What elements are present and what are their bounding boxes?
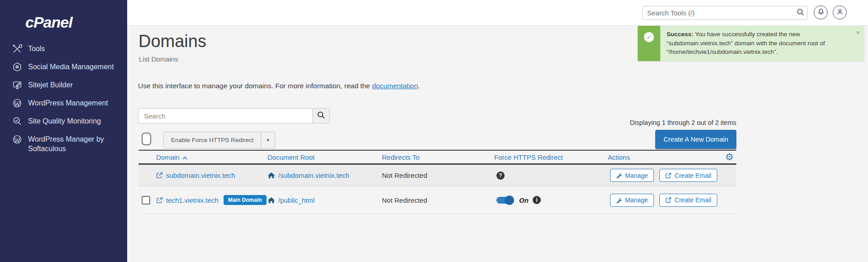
domain-cell: subdomain.vietnix.tech xyxy=(156,171,267,179)
search-icon[interactable] xyxy=(794,8,807,18)
external-link-icon xyxy=(665,197,672,203)
tools-search-input[interactable] xyxy=(643,7,794,19)
force-https-cell: ? xyxy=(494,171,608,180)
bulk-https-control: Enable Force HTTPS Redirect ▾ xyxy=(163,132,275,148)
create-domain-button[interactable]: Create A New Domain xyxy=(655,130,736,149)
domain-search-button[interactable] xyxy=(312,108,330,124)
documentation-link[interactable]: documentation xyxy=(372,82,418,90)
manage-label: Manage xyxy=(625,196,648,204)
domain-cell: tech1.vietnix.tech Main Domain xyxy=(156,195,267,205)
gear-icon[interactable]: ⚙ xyxy=(725,152,734,162)
docroot-cell: /public_html xyxy=(267,196,382,204)
notification-accent: ✓ xyxy=(638,26,660,61)
check-circle-icon: ✓ xyxy=(644,32,654,42)
redirects-cell: Not Redirected xyxy=(382,196,494,204)
main-domain-badge: Main Domain xyxy=(224,195,267,205)
manage-button[interactable]: Manage xyxy=(610,169,654,182)
sidebar-item-wordpress-manager[interactable]: WordPress Manager by Softaculous xyxy=(0,130,127,157)
site-quality-icon xyxy=(12,116,22,126)
user-icon xyxy=(836,8,844,17)
create-email-button[interactable]: Create Email xyxy=(659,194,717,207)
home-icon xyxy=(267,172,275,179)
wrench-icon xyxy=(616,197,622,203)
cpanel-logo[interactable]: cPanel xyxy=(25,14,72,31)
manage-label: Manage xyxy=(625,172,648,179)
user-menu-button[interactable] xyxy=(833,5,847,19)
home-icon xyxy=(267,197,275,204)
sidebar-item-social-media[interactable]: Social Media Management xyxy=(0,58,127,76)
docroot-path: /public_html xyxy=(278,196,315,204)
page-title: Domains xyxy=(138,32,206,51)
wrench-icon xyxy=(616,172,622,178)
notification-title: Success: xyxy=(667,31,693,38)
sidebar-item-tools[interactable]: Tools xyxy=(0,40,127,58)
docroot-cell: /subdomain.vietnix.tech xyxy=(267,171,382,179)
enable-force-https-button[interactable]: Enable Force HTTPS Redirect xyxy=(163,132,261,148)
table-header-row: Domain Document Root Redirects To Force … xyxy=(138,150,736,165)
info-circle-icon[interactable]: i xyxy=(533,196,541,204)
create-email-button[interactable]: Create Email xyxy=(659,169,717,182)
social-media-icon xyxy=(12,62,22,72)
header-document-root[interactable]: Document Root xyxy=(267,153,382,161)
success-notification: ✓ Success: You have successfully created… xyxy=(638,26,864,61)
notifications-button[interactable] xyxy=(814,5,828,19)
header-actions: Actions xyxy=(608,153,736,161)
toggle-knob xyxy=(505,195,514,205)
header-domain-label: Domain xyxy=(156,153,180,161)
sidebar-item-sitejet[interactable]: Sitejet Builder xyxy=(0,76,127,94)
header-redirects-to[interactable]: Redirects To xyxy=(382,153,494,161)
create-email-label: Create Email xyxy=(675,172,711,179)
domain-link[interactable]: tech1.vietnix.tech xyxy=(156,196,219,204)
force-https-cell: On i xyxy=(494,196,608,204)
docroot-path: /subdomain.vietnix.tech xyxy=(278,171,349,179)
pagination-status: Displaying 1 through 2 out of 2 items xyxy=(630,119,736,126)
intro-text: Use this interface to manage your domain… xyxy=(138,82,420,90)
sitejet-builder-icon xyxy=(12,80,22,90)
redirects-cell: Not Redirected xyxy=(382,171,494,179)
domain-link[interactable]: subdomain.vietnix.tech xyxy=(156,171,235,179)
manage-button[interactable]: Manage xyxy=(610,194,654,207)
external-link-icon xyxy=(156,197,163,204)
tools-search xyxy=(642,6,808,20)
sidebar-item-label: WordPress Management xyxy=(28,98,108,108)
select-all-checkbox[interactable] xyxy=(142,133,151,145)
docroot-link[interactable]: /subdomain.vietnix.tech xyxy=(267,171,349,179)
wordpress-icon xyxy=(12,98,22,108)
table-row: tech1.vietnix.tech Main Domain /public_h… xyxy=(138,186,736,214)
toggle-state-label: On xyxy=(519,196,529,204)
sidebar-item-label: Site Quality Monitoring xyxy=(28,116,101,126)
caret-down-icon: ▾ xyxy=(267,137,270,143)
domain-name: tech1.vietnix.tech xyxy=(166,196,219,204)
domain-search xyxy=(138,108,330,124)
domain-name: subdomain.vietnix.tech xyxy=(166,171,235,179)
docroot-link[interactable]: /public_html xyxy=(267,196,315,204)
page-subtitle: List Domains xyxy=(139,55,178,63)
external-link-icon xyxy=(665,172,672,179)
sidebar-nav: Tools Social Media Management Sitejet Bu… xyxy=(0,40,127,157)
force-https-toggle[interactable] xyxy=(496,197,513,204)
enable-https-dropdown[interactable]: ▾ xyxy=(261,132,275,148)
wordpress-icon xyxy=(12,134,22,144)
table-row: subdomain.vietnix.tech /subdomain.vietni… xyxy=(138,165,736,186)
external-link-icon xyxy=(156,172,163,179)
sidebar-item-label: Sitejet Builder xyxy=(28,80,73,90)
domains-table: Domain Document Root Redirects To Force … xyxy=(138,150,736,214)
domain-search-input[interactable] xyxy=(138,108,312,124)
chevron-up-icon xyxy=(182,153,187,161)
search-icon xyxy=(317,111,325,121)
sidebar-item-wordpress-management[interactable]: WordPress Management xyxy=(0,94,127,112)
topbar xyxy=(127,0,868,26)
actions-cell: Manage Create Email xyxy=(608,169,736,182)
sidebar-item-label: Social Media Management xyxy=(28,62,114,71)
question-circle-icon[interactable]: ? xyxy=(496,171,505,180)
notification-body: Success: You have successfully created t… xyxy=(660,26,864,61)
intro-after: . xyxy=(418,82,420,90)
sidebar: cPanel Tools Social Media Management Sit… xyxy=(0,0,127,262)
close-icon[interactable]: × xyxy=(856,29,860,36)
sidebar-item-site-quality[interactable]: Site Quality Monitoring xyxy=(0,112,127,130)
row-checkbox[interactable] xyxy=(142,196,150,205)
header-domain[interactable]: Domain xyxy=(156,153,267,161)
sidebar-item-label: WordPress Manager by Softaculous xyxy=(28,134,116,153)
tools-icon xyxy=(12,44,22,54)
header-force-https[interactable]: Force HTTPS Redirect xyxy=(494,153,608,161)
